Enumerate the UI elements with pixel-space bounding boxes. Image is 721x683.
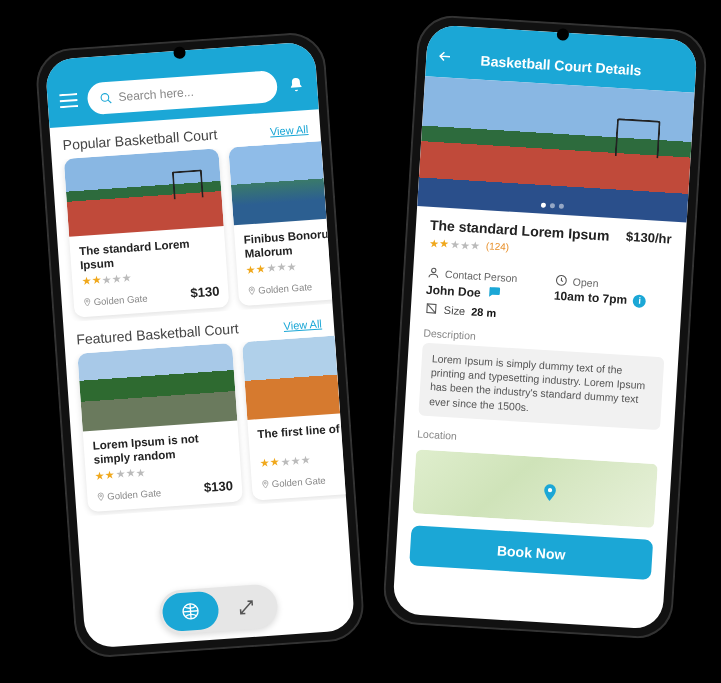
court-price: $130: [190, 283, 220, 300]
court-location: Golden Gate: [260, 474, 325, 489]
person-icon: [427, 266, 441, 280]
pin-icon: [82, 296, 92, 308]
notifications-icon[interactable]: [284, 73, 307, 96]
page-title: Basketball Court Details: [462, 51, 661, 79]
search-icon: [99, 91, 113, 105]
court-price: $130: [203, 478, 233, 495]
court-location: Golden Gate: [96, 487, 161, 502]
court-card[interactable]: Lorem Ipsum is not simply random ★★★★★ G…: [77, 343, 243, 512]
court-name: The first line of Ipsum: [257, 417, 346, 454]
basketball-icon: [180, 601, 201, 622]
court-card[interactable]: The first line of Ipsum ★★★★★ Golden Gat…: [242, 335, 346, 500]
phone-detail: Basketball Court Details The standard Lo…: [382, 14, 709, 641]
svg-point-3: [100, 494, 102, 496]
rating-stars: ★★★★★: [428, 237, 480, 253]
expand-icon: [237, 598, 256, 617]
map-pin-icon: [539, 480, 561, 509]
court-thumbnail: [228, 141, 332, 225]
size-icon: [425, 302, 439, 316]
court-thumbnail: [64, 148, 224, 237]
pin-icon: [96, 490, 106, 502]
court-thumbnail: [242, 335, 346, 419]
svg-point-6: [431, 268, 436, 273]
court-price: $130/hr: [626, 229, 672, 247]
view-all-link[interactable]: View All: [270, 123, 309, 138]
court-location: Golden Gate: [247, 281, 312, 296]
court-card[interactable]: The standard Lorem Ipsum ★★★★★ Golden Ga…: [64, 148, 230, 317]
clock-icon: [554, 274, 568, 288]
carousel-dots[interactable]: [541, 203, 564, 209]
size-value: 28 m: [471, 305, 497, 319]
info-icon[interactable]: i: [633, 294, 647, 308]
nav-basketball[interactable]: [161, 590, 220, 632]
court-name: Finibus Bonorum Malorum: [243, 223, 332, 261]
court-location: Golden Gate: [82, 292, 147, 307]
back-icon[interactable]: [436, 49, 455, 68]
popular-list[interactable]: The standard Lorem Ipsum ★★★★★ Golden Ga…: [52, 141, 333, 322]
menu-icon[interactable]: [57, 89, 80, 112]
location-map[interactable]: [412, 449, 657, 528]
nav-expand[interactable]: [217, 586, 276, 628]
featured-list[interactable]: Lorem Ipsum is not simply random ★★★★★ G…: [65, 335, 346, 516]
phone-home: Search here... Popular Basketball Court …: [34, 31, 366, 660]
chat-icon[interactable]: [486, 284, 501, 302]
pin-icon: [247, 285, 257, 297]
court-card[interactable]: Finibus Bonorum Malorum ★★★★★ Golden Gat…: [228, 141, 332, 306]
search-placeholder: Search here...: [118, 85, 194, 104]
pin-icon: [260, 478, 270, 490]
spacer: [668, 72, 686, 73]
description-text: Lorem Ipsum is simply dummy text of the …: [418, 343, 664, 430]
search-input[interactable]: Search here...: [86, 70, 278, 115]
reviews-count: (124): [486, 240, 510, 252]
svg-point-4: [264, 482, 266, 484]
book-now-button[interactable]: Book Now: [409, 525, 653, 580]
hero-image[interactable]: [417, 76, 694, 222]
svg-point-2: [251, 288, 253, 290]
svg-point-1: [86, 300, 88, 302]
court-thumbnail: [77, 343, 237, 432]
view-all-link[interactable]: View All: [283, 317, 322, 332]
bottom-nav: [158, 583, 279, 635]
